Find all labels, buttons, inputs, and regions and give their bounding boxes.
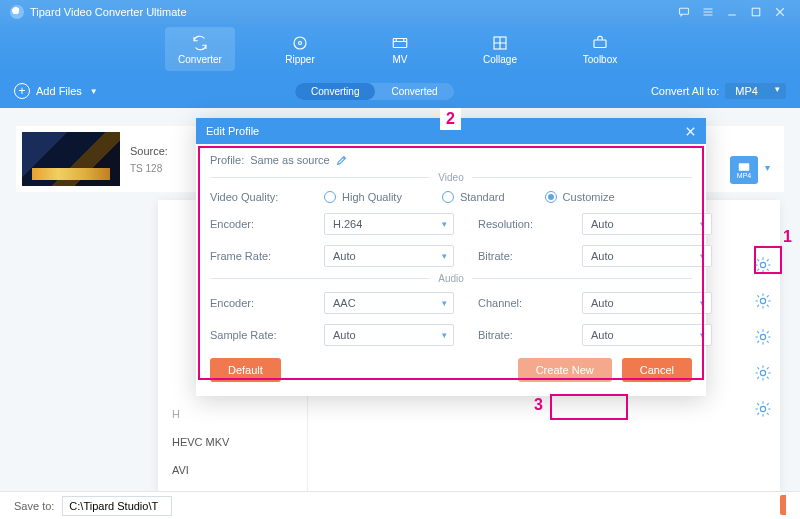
video-thumbnail <box>22 132 120 186</box>
save-to-input[interactable] <box>62 496 172 516</box>
app-logo <box>10 5 24 19</box>
svg-point-14 <box>760 370 765 375</box>
convert-all-label: Convert All to: <box>651 85 719 97</box>
title-bar: Tipard Video Converter Ultimate <box>0 0 800 24</box>
radio-standard[interactable]: Standard <box>442 191 505 203</box>
add-files-button[interactable]: + Add Files ▼ <box>14 83 98 99</box>
dialog-title: Edit Profile <box>206 125 685 137</box>
default-button[interactable]: Default <box>210 358 281 382</box>
tab-label: MV <box>393 54 408 65</box>
add-files-label: Add Files <box>36 85 82 97</box>
dialog-footer: Default Create New Cancel <box>196 358 706 396</box>
svg-rect-7 <box>739 163 750 171</box>
resolution-select[interactable]: Auto <box>582 213 712 235</box>
chevron-down-icon: ▼ <box>90 87 98 96</box>
tab-mv[interactable]: MV <box>365 27 435 71</box>
maximize-icon[interactable] <box>746 2 766 22</box>
save-to-label: Save to: <box>14 500 54 512</box>
dialog-header: Edit Profile <box>196 118 706 144</box>
nav-bar: Converter Ripper MV Collage Toolbox <box>0 24 800 74</box>
tab-label: Collage <box>483 54 517 65</box>
svg-rect-1 <box>752 8 760 16</box>
output-format-chevron[interactable]: ▾ <box>765 162 770 173</box>
profile-label: Profile: <box>210 154 244 166</box>
tool-row: + Add Files ▼ Converting Converted Conve… <box>0 74 800 108</box>
close-icon[interactable] <box>770 2 790 22</box>
resolution-label: Resolution: <box>478 218 558 230</box>
gear-icon[interactable] <box>754 256 772 274</box>
tab-label: Ripper <box>285 54 314 65</box>
channel-label: Channel: <box>478 297 558 309</box>
video-encoder-label: Encoder: <box>210 218 300 230</box>
svg-point-3 <box>299 41 302 44</box>
audio-encoder-label: Encoder: <box>210 297 300 309</box>
video-grid: Video Quality: High Quality Standard Cus… <box>210 191 692 267</box>
channel-select[interactable]: Auto <box>582 292 712 314</box>
audio-grid: Encoder: AAC Channel: Auto Sample Rate: … <box>210 292 692 346</box>
audio-encoder-select[interactable]: AAC <box>324 292 454 314</box>
svg-point-13 <box>760 334 765 339</box>
gear-icon[interactable] <box>754 364 772 382</box>
tab-ripper[interactable]: Ripper <box>265 27 335 71</box>
side-gear-column <box>754 256 772 418</box>
tab-converter[interactable]: Converter <box>165 27 235 71</box>
video-quality-radios: High Quality Standard Customize <box>324 191 712 203</box>
audio-section-title: Audio <box>210 273 692 284</box>
cancel-button[interactable]: Cancel <box>622 358 692 382</box>
profile-value: Same as source <box>250 154 329 166</box>
audio-bitrate-label: Bitrate: <box>478 329 558 341</box>
convert-all-button-edge[interactable] <box>780 495 786 515</box>
feedback-icon[interactable] <box>674 2 694 22</box>
category-hevc-mkv[interactable]: HEVC MKV <box>158 428 307 456</box>
minimize-icon[interactable] <box>722 2 742 22</box>
category-avi[interactable]: AVI <box>158 456 307 484</box>
svg-point-15 <box>760 406 765 411</box>
audio-bitrate-select[interactable]: Auto <box>582 324 712 346</box>
video-encoder-select[interactable]: H.264 <box>324 213 454 235</box>
video-quality-label: Video Quality: <box>210 191 300 203</box>
convert-all-select[interactable]: MP4 <box>725 83 786 99</box>
output-format-badge[interactable]: MP4 <box>730 156 758 184</box>
menu-icon[interactable] <box>698 2 718 22</box>
source-label: Source: <box>130 145 168 157</box>
close-icon[interactable] <box>685 126 696 137</box>
video-section-title: Video <box>210 172 692 183</box>
segment-converting[interactable]: Converting <box>295 83 375 100</box>
frame-rate-select[interactable]: Auto <box>324 245 454 267</box>
pencil-icon[interactable] <box>336 155 347 166</box>
video-bitrate-label: Bitrate: <box>478 250 558 262</box>
svg-rect-6 <box>594 40 606 48</box>
file-info: Source: TS 128 <box>130 145 168 174</box>
tab-label: Toolbox <box>583 54 617 65</box>
bottom-bar: Save to: <box>0 491 800 519</box>
svg-point-12 <box>760 298 765 303</box>
category-h[interactable]: H <box>158 400 307 428</box>
gear-icon[interactable] <box>754 328 772 346</box>
create-new-button[interactable]: Create New <box>518 358 612 382</box>
convert-all: Convert All to: MP4 <box>651 83 786 99</box>
radio-customize[interactable]: Customize <box>545 191 615 203</box>
svg-point-11 <box>760 262 765 267</box>
radio-high-quality[interactable]: High Quality <box>324 191 402 203</box>
video-bitrate-select[interactable]: Auto <box>582 245 712 267</box>
sample-rate-select[interactable]: Auto <box>324 324 454 346</box>
frame-rate-label: Frame Rate: <box>210 250 300 262</box>
gear-icon[interactable] <box>754 400 772 418</box>
segment-converted[interactable]: Converted <box>375 83 453 100</box>
app-title: Tipard Video Converter Ultimate <box>30 6 670 18</box>
sample-rate-label: Sample Rate: <box>210 329 300 341</box>
svg-rect-4 <box>393 38 407 47</box>
tab-toolbox[interactable]: Toolbox <box>565 27 635 71</box>
tab-collage[interactable]: Collage <box>465 27 535 71</box>
dialog-body: Profile: Same as source Video Video Qual… <box>196 144 706 358</box>
gear-icon[interactable] <box>754 292 772 310</box>
svg-point-2 <box>294 37 306 49</box>
status-segment: Converting Converted <box>295 83 454 100</box>
file-meta: TS 128 <box>130 163 168 174</box>
svg-rect-0 <box>680 8 689 14</box>
edit-profile-dialog: Edit Profile Profile: Same as source Vid… <box>196 118 706 396</box>
profile-row: Profile: Same as source <box>210 154 692 166</box>
plus-icon: + <box>14 83 30 99</box>
tab-label: Converter <box>178 54 222 65</box>
